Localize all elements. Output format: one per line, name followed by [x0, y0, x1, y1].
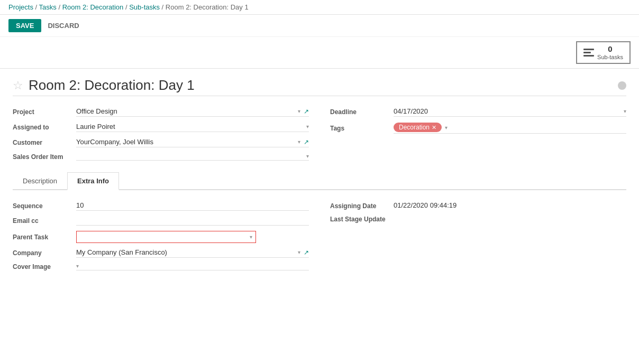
company-value: My Company (San Francisco)	[76, 248, 295, 256]
title-divider	[13, 96, 626, 96]
email-cc-value-container[interactable]	[76, 216, 309, 226]
tag-remove-icon[interactable]: ✕	[432, 124, 436, 131]
action-bar: SAVE DISCARD	[0, 15, 639, 37]
assigned-to-value-container[interactable]: Laurie Poiret ▾	[76, 123, 309, 132]
sequence-value-container[interactable]: 10	[76, 201, 309, 211]
sales-order-label: Sales Order Item	[13, 153, 76, 161]
tags-label: Tags	[330, 125, 394, 132]
deadline-value-container[interactable]: 04/17/2020 ▾	[394, 107, 626, 117]
cover-image-dropdown-arrow: ▾	[76, 263, 79, 269]
sequence-row: Sequence 10	[13, 199, 309, 213]
customer-label: Customer	[13, 139, 76, 146]
customer-value-container[interactable]: YourCompany, Joel Willis ▾ ↗	[76, 138, 309, 147]
decoration-tag: Decoration ✕	[394, 123, 442, 132]
breadcrumb-subtasks[interactable]: Sub-tasks	[129, 3, 160, 11]
extra-info-grid: Sequence 10 Email cc Parent Task	[13, 199, 626, 273]
sequence-label: Sequence	[13, 202, 76, 210]
assigned-to-dropdown-arrow: ▾	[306, 124, 309, 129]
assigning-date-row: Assigning Date 01/22/2020 09:44:19	[330, 199, 626, 213]
smart-buttons-area: 0 Sub-tasks	[0, 37, 639, 69]
cover-image-value-container[interactable]: ▾	[76, 263, 309, 270]
tags-value-container[interactable]: Decoration ✕ ▾	[394, 123, 626, 134]
tag-label: Decoration	[399, 124, 430, 131]
customer-dropdown-arrow: ▾	[298, 139, 300, 145]
extra-info-left: Sequence 10 Email cc Parent Task	[13, 199, 309, 273]
email-cc-label: Email cc	[13, 217, 76, 225]
email-cc-input[interactable]	[76, 216, 309, 224]
right-fields: Deadline 04/17/2020 ▾ Tags Decoration ✕ …	[330, 105, 626, 164]
deadline-label: Deadline	[330, 108, 394, 116]
assigned-to-row: Assigned to Laurie Poiret ▾	[13, 120, 309, 135]
project-value: Office Design	[76, 107, 295, 115]
left-fields: Project Office Design ▾ ↗ Assigned to La…	[13, 105, 309, 164]
breadcrumb-bar: Projects / Tasks / Room 2: Decoration / …	[0, 0, 639, 15]
customer-external-link-icon[interactable]: ↗	[304, 138, 309, 146]
project-value-container[interactable]: Office Design ▾ ↗	[76, 107, 309, 117]
company-value-container[interactable]: My Company (San Francisco) ▾ ↗	[76, 248, 309, 258]
assigning-date-value-container: 01/22/2020 09:44:19	[394, 201, 626, 210]
cover-image-row: Cover Image ▾	[13, 260, 309, 273]
assigned-to-label: Assigned to	[13, 124, 76, 131]
sales-order-dropdown-arrow: ▾	[306, 153, 309, 159]
tags-dropdown-arrow: ▾	[445, 125, 448, 130]
deadline-row: Deadline 04/17/2020 ▾	[330, 105, 626, 120]
subtasks-icon	[583, 49, 594, 57]
last-stage-label: Last Stage Update	[330, 216, 394, 223]
deadline-dropdown-arrow: ▾	[624, 108, 626, 114]
page-title: Room 2: Decoration: Day 1	[29, 77, 195, 94]
assigned-to-value: Laurie Poiret	[76, 123, 303, 130]
parent-task-label: Parent Task	[13, 234, 76, 241]
breadcrumb-tasks[interactable]: Tasks	[39, 3, 57, 11]
parent-task-dropdown-arrow: ▾	[250, 234, 252, 240]
company-dropdown-arrow: ▾	[298, 249, 300, 255]
form-fields-grid: Project Office Design ▾ ↗ Assigned to La…	[13, 105, 626, 164]
email-cc-row: Email cc	[13, 213, 309, 228]
parent-task-row: Parent Task ▾	[13, 228, 309, 246]
breadcrumb-room-decoration[interactable]: Room 2: Decoration	[62, 3, 124, 11]
breadcrumb-projects[interactable]: Projects	[8, 3, 33, 11]
parent-task-value-container[interactable]: ▾	[76, 231, 256, 243]
assigning-date-label: Assigning Date	[330, 202, 394, 210]
extra-info-right: Assigning Date 01/22/2020 09:44:19 Last …	[330, 199, 626, 273]
title-row: ☆ Room 2: Decoration: Day 1	[13, 77, 626, 94]
settings-icon[interactable]	[618, 81, 626, 90]
subtasks-smart-button[interactable]: 0 Sub-tasks	[576, 41, 631, 64]
subtasks-label: Sub-tasks	[597, 54, 623, 60]
sales-order-value-container[interactable]: ▾	[76, 153, 309, 161]
tabs-container: Description Extra Info	[13, 172, 626, 190]
company-row: Company My Company (San Francisco) ▾ ↗	[13, 246, 309, 260]
sequence-value: 10	[76, 201, 84, 209]
project-dropdown-arrow: ▾	[298, 108, 300, 114]
deadline-value: 04/17/2020	[394, 107, 620, 115]
project-row: Project Office Design ▾ ↗	[13, 105, 309, 120]
tags-row: Tags Decoration ✕ ▾	[330, 120, 626, 137]
project-external-link-icon[interactable]: ↗	[304, 108, 309, 115]
last-stage-value-container	[394, 219, 626, 220]
tab-description[interactable]: Description	[13, 172, 67, 190]
company-label: Company	[13, 249, 76, 257]
customer-row: Customer YourCompany, Joel Willis ▾ ↗	[13, 135, 309, 151]
save-button[interactable]: SAVE	[8, 19, 41, 32]
main-content: ☆ Room 2: Decoration: Day 1 Project Offi…	[0, 69, 639, 290]
assigning-date-value: 01/22/2020 09:44:19	[394, 201, 457, 209]
sales-order-row: Sales Order Item ▾	[13, 151, 309, 164]
extra-info-content: Sequence 10 Email cc Parent Task	[13, 190, 626, 282]
customer-value: YourCompany, Joel Willis	[76, 138, 295, 146]
parent-task-input[interactable]	[80, 233, 247, 241]
company-external-link-icon[interactable]: ↗	[304, 249, 309, 256]
project-label: Project	[13, 108, 76, 116]
cover-image-label: Cover Image	[13, 263, 76, 270]
subtasks-count: 0	[597, 44, 623, 53]
breadcrumb: Projects / Tasks / Room 2: Decoration / …	[8, 3, 249, 11]
favorite-star-icon[interactable]: ☆	[13, 79, 23, 92]
breadcrumb-current: Room 2: Decoration: Day 1	[166, 3, 249, 11]
discard-button[interactable]: DISCARD	[48, 22, 79, 30]
tab-extra-info[interactable]: Extra Info	[67, 172, 119, 190]
last-stage-row: Last Stage Update	[330, 213, 626, 226]
